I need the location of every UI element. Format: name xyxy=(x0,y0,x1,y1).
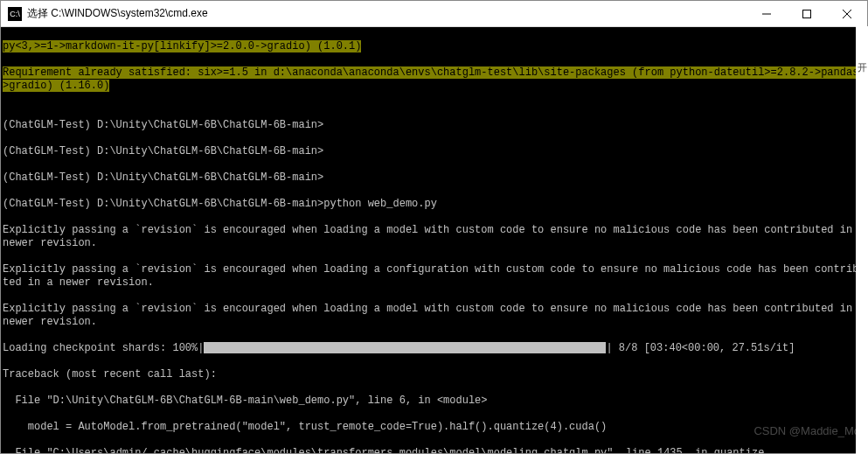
cmd-icon: C:\ xyxy=(8,7,22,21)
traceback-line: model = AutoModel.from_pretrained("model… xyxy=(3,421,865,434)
window-controls xyxy=(746,1,867,26)
terminal-output[interactable]: py<3,>=1->markdown-it-py[linkify]>=2.0.0… xyxy=(1,27,867,453)
close-button[interactable] xyxy=(827,1,867,26)
right-panel-sliver: 开 xyxy=(856,26,868,454)
minimize-button[interactable] xyxy=(746,1,787,26)
warning-line: Explicitly passing a `revision` is encou… xyxy=(3,224,865,250)
prompt-line: (ChatGLM-Test) D:\Unity\ChatGLM-6B\ChatG… xyxy=(3,145,865,158)
minimize-icon xyxy=(762,10,771,18)
output-line: Requirement already satisfied: six>=1.5 … xyxy=(3,66,865,93)
traceback-line: File "D:\Unity\ChatGLM-6B\ChatGLM-6B-mai… xyxy=(3,395,865,408)
traceback-line: File "C:\Users\admin/.cache\huggingface\… xyxy=(3,447,865,453)
warning-line: Explicitly passing a `revision` is encou… xyxy=(3,303,865,329)
close-icon xyxy=(843,10,851,18)
right-panel-char: 开 xyxy=(856,61,868,74)
prompt-line: (ChatGLM-Test) D:\Unity\ChatGLM-6B\ChatG… xyxy=(3,119,865,132)
window-title: 选择 C:\WINDOWS\system32\cmd.exe xyxy=(27,6,746,21)
titlebar[interactable]: C:\ 选择 C:\WINDOWS\system32\cmd.exe xyxy=(1,1,867,27)
maximize-icon xyxy=(802,10,811,18)
progress-bar xyxy=(204,342,606,353)
warning-line: Explicitly passing a `revision` is encou… xyxy=(3,263,865,290)
prompt-line: (ChatGLM-Test) D:\Unity\ChatGLM-6B\ChatG… xyxy=(3,198,865,211)
svg-rect-1 xyxy=(803,10,811,17)
traceback-line: Traceback (most recent call last): xyxy=(3,368,865,381)
progress-line: Loading checkpoint shards: 100%|| 8/8 [0… xyxy=(3,342,865,355)
prompt-line: (ChatGLM-Test) D:\Unity\ChatGLM-6B\ChatG… xyxy=(3,171,865,185)
output-line: py<3,>=1->markdown-it-py[linkify]>=2.0.0… xyxy=(3,40,865,53)
maximize-button[interactable] xyxy=(787,1,827,26)
cmd-window: C:\ 选择 C:\WINDOWS\system32\cmd.exe py<3,… xyxy=(0,0,868,454)
